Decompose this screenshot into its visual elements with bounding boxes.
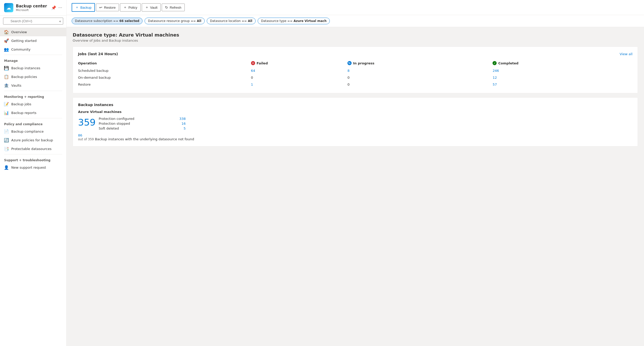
table-row: On-demand backup 0 0 12 — [78, 74, 632, 81]
backup-instances-card-title: Backup instances — [78, 103, 632, 107]
filter-resource-group-value: All — [197, 19, 201, 23]
soft-deleted-value[interactable]: 5 — [183, 126, 185, 130]
filter-subscription-value: 66 selected — [119, 19, 139, 23]
sidebar-item-vaults[interactable]: 🏦 Vaults — [0, 81, 66, 90]
azure-policies-icon: 🔄 — [4, 138, 9, 142]
sidebar-item-backup-compliance[interactable]: 📄 Backup compliance — [0, 127, 66, 136]
refresh-button[interactable]: ↻ Refresh — [162, 4, 185, 11]
filter-location-value: All — [248, 19, 253, 23]
inprogress-cell: 0 — [347, 81, 493, 88]
sidebar-item-label: Overview — [11, 30, 27, 34]
failed-value[interactable]: 64 — [251, 69, 255, 73]
toolbar: ＋ Backup ↩ Restore ＋ Policy ＋ Vault ↻ Re… — [67, 0, 644, 15]
completed-value[interactable]: 12 — [493, 76, 497, 79]
sidebar-item-overview[interactable]: 🏠 Overview — [0, 28, 66, 36]
section-monitoring: Monitoring + reporting — [0, 92, 66, 100]
section-policy: Policy and compliance — [0, 119, 66, 127]
completed-value[interactable]: 57 — [493, 83, 497, 86]
backup-button[interactable]: ＋ Backup — [72, 3, 95, 12]
sidebar-item-label: Backup compliance — [11, 130, 43, 133]
completed-cell: 246 — [493, 67, 632, 74]
sidebar-header: ☁️ Backup center Microsoft 📌 ··· — [0, 0, 66, 16]
sidebar-item-new-support-request[interactable]: 👤 New support request — [0, 163, 66, 172]
sidebar-item-label: Azure policies for backup — [11, 138, 53, 142]
footer-outof: out of 359 — [78, 137, 94, 141]
instances-total-count: 359 — [78, 117, 96, 127]
collapse-icon[interactable]: « — [59, 19, 61, 23]
restore-icon: ↩ — [99, 5, 102, 9]
protection-configured-label: Protection configured — [99, 117, 134, 121]
overview-icon: 🏠 — [4, 30, 9, 34]
sidebar-item-label: Getting started — [11, 39, 37, 43]
sidebar-item-backup-jobs[interactable]: 📝 Backup jobs — [0, 100, 66, 108]
table-row: Scheduled backup 64 8 246 — [78, 67, 632, 74]
sidebar-item-label: Backup reports — [11, 111, 36, 115]
backup-reports-icon: 📊 — [4, 110, 9, 115]
instances-vm-label: Azure Virtual machines — [78, 110, 632, 114]
filter-location[interactable]: Datasource location == All — [207, 18, 256, 24]
pin-icon[interactable]: 📌 — [51, 5, 56, 10]
filter-subscription-label: Datasource subscription == — [75, 19, 118, 23]
failed-icon: ✕ — [251, 61, 255, 65]
sidebar-item-azure-policies[interactable]: 🔄 Azure policies for backup — [0, 136, 66, 144]
instances-grid: 359 Protection configured 338 Protection… — [78, 117, 632, 130]
sidebar-item-label: Backup jobs — [11, 102, 31, 106]
inprogress-cell: 8 — [347, 67, 493, 74]
protection-configured-value[interactable]: 338 — [179, 117, 186, 121]
app-title: Backup center — [16, 4, 47, 8]
filter-type[interactable]: Datasource type == Azure Virtual mach — [258, 18, 330, 24]
filter-resource-group-label: Datasource resource group == — [148, 19, 196, 23]
vault-plus-icon: ＋ — [145, 5, 149, 10]
search-input[interactable] — [3, 18, 63, 25]
soft-deleted-label: Soft deleted — [99, 126, 119, 130]
operation-cell: On-demand backup — [78, 74, 251, 81]
view-all-jobs-link[interactable]: View all — [620, 52, 632, 56]
col-failed: ✕ Failed — [251, 59, 347, 67]
filter-location-label: Datasource location == — [210, 19, 247, 23]
app-subtitle: Microsoft — [16, 8, 47, 12]
jobs-table: Operation ✕ Failed ↻ In progress — [78, 59, 632, 88]
protectable-datasources-icon: 📑 — [4, 146, 9, 151]
backup-instances-icon: 💾 — [4, 66, 9, 70]
protection-stopped-value[interactable]: 16 — [181, 122, 186, 125]
getting-started-icon: 🚀 — [4, 38, 9, 43]
divider-policy — [4, 118, 62, 118]
failed-cell: 64 — [251, 67, 347, 74]
page-title: Datasource type: Azure Virtual machines — [73, 32, 638, 38]
sidebar-item-backup-reports[interactable]: 📊 Backup reports — [0, 108, 66, 117]
vault-button[interactable]: ＋ Vault — [142, 3, 161, 11]
vaults-icon: 🏦 — [4, 83, 9, 88]
sidebar-item-backup-instances[interactable]: 💾 Backup instances — [0, 64, 66, 72]
filter-bar: Datasource subscription == 66 selected D… — [67, 15, 644, 27]
footer-count[interactable]: 86 — [78, 133, 82, 137]
failed-value[interactable]: 1 — [251, 83, 253, 86]
backup-policies-icon: 📋 — [4, 74, 9, 79]
filter-subscription[interactable]: Datasource subscription == 66 selected — [72, 18, 143, 24]
failed-value: 0 — [251, 76, 253, 79]
filter-resource-group[interactable]: Datasource resource group == All — [145, 18, 204, 24]
completed-value[interactable]: 246 — [493, 69, 499, 73]
instances-footer: 86 out of 359 Backup instances with the … — [78, 133, 632, 141]
restore-button[interactable]: ↩ Restore — [96, 4, 119, 11]
completed-icon: ✓ — [493, 61, 497, 65]
jobs-card-title: Jobs (last 24 Hours) View all — [78, 52, 632, 56]
backup-instances-card: Backup instances Azure Virtual machines … — [73, 97, 638, 146]
sidebar-item-protectable-datasources[interactable]: 📑 Protectable datasources — [0, 144, 66, 153]
sidebar-item-getting-started[interactable]: 🚀 Getting started — [0, 36, 66, 45]
divider-monitoring — [4, 91, 62, 91]
backup-compliance-icon: 📄 — [4, 129, 9, 134]
col-operation: Operation — [78, 59, 251, 67]
more-icon[interactable]: ··· — [58, 5, 62, 10]
sidebar-item-label: Vaults — [11, 84, 21, 87]
filter-type-value: Azure Virtual mach — [293, 19, 326, 23]
sidebar: ☁️ Backup center Microsoft 📌 ··· « 🏠 Ove… — [0, 0, 67, 346]
inprogress-value[interactable]: 8 — [347, 69, 350, 73]
sidebar-item-backup-policies[interactable]: 📋 Backup policies — [0, 72, 66, 81]
policy-button[interactable]: ＋ Policy — [120, 3, 141, 11]
support-icon: 👤 — [4, 165, 9, 170]
sidebar-item-community[interactable]: 👥 Community — [0, 45, 66, 54]
failed-cell: 0 — [251, 74, 347, 81]
operation-cell: Scheduled backup — [78, 67, 251, 74]
protection-stopped-label: Protection stopped — [99, 122, 130, 125]
inprogress-cell: 0 — [347, 74, 493, 81]
